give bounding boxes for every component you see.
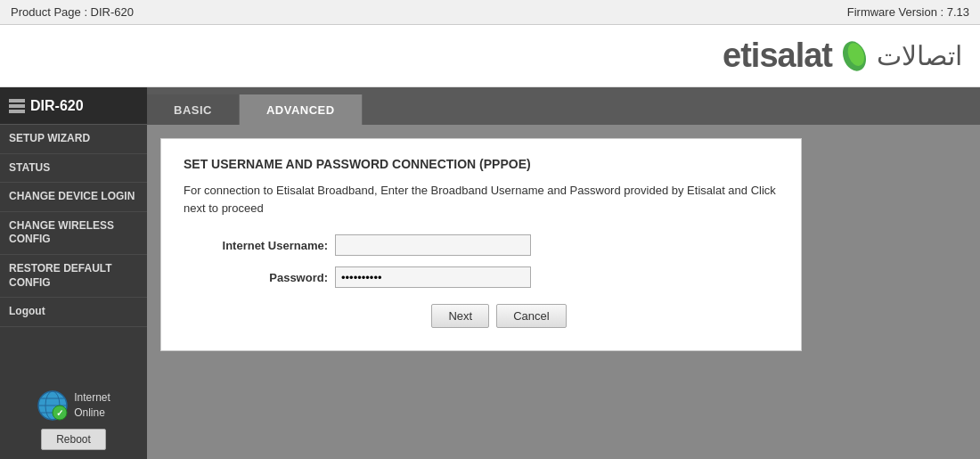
- sidebar-bottom: ✓ Internet Online Reboot: [0, 381, 147, 459]
- main-layout: DIR-620 SETUP WIZARD STATUS CHANGE DEVIC…: [0, 87, 980, 459]
- username-label: Internet Username:: [184, 239, 335, 252]
- logo-text-en: etisalat: [723, 37, 832, 75]
- internet-status: ✓ Internet Online: [37, 389, 110, 422]
- reboot-button[interactable]: Reboot: [41, 429, 106, 450]
- username-input[interactable]: [335, 234, 531, 256]
- logo-text-ar: اتصالات: [877, 40, 962, 71]
- sidebar-item-change-wireless-config[interactable]: CHANGE WIRELESS CONFIG: [0, 212, 147, 255]
- cancel-button[interactable]: Cancel: [496, 304, 566, 328]
- sidebar: DIR-620 SETUP WIZARD STATUS CHANGE DEVIC…: [0, 87, 147, 459]
- header: etisalat اتصالات: [0, 25, 980, 87]
- logo-area: etisalat اتصالات: [723, 37, 962, 75]
- content-area: BASIC ADVANCED SET USERNAME AND PASSWORD…: [147, 87, 980, 459]
- sidebar-item-status[interactable]: STATUS: [0, 154, 147, 184]
- form-description: For connection to Etisalat Broadband, En…: [184, 182, 779, 217]
- password-input[interactable]: [335, 266, 531, 288]
- form-title: SET USERNAME AND PASSWORD CONNECTION (PP…: [184, 157, 779, 171]
- sidebar-item-change-device-login[interactable]: CHANGE DEVICE LOGIN: [0, 183, 147, 212]
- brand-line-2: [9, 104, 25, 108]
- form-actions: Next Cancel: [184, 304, 779, 328]
- tab-advanced[interactable]: ADVANCED: [240, 94, 363, 125]
- tabs: BASIC ADVANCED: [147, 87, 980, 125]
- brand-lines-icon: [9, 99, 25, 113]
- firmware-label: Firmware Version : 7.13: [847, 5, 969, 19]
- tab-basic[interactable]: BASIC: [147, 94, 240, 125]
- next-button[interactable]: Next: [431, 304, 489, 328]
- sidebar-item-restore-default-config[interactable]: RESTORE DEFAULT CONFIG: [0, 255, 147, 298]
- sidebar-nav: SETUP WIZARD STATUS CHANGE DEVICE LOGIN …: [0, 125, 147, 381]
- etisalat-logo-icon: [837, 39, 871, 73]
- sidebar-item-logout[interactable]: Logout: [0, 298, 147, 327]
- username-row: Internet Username:: [184, 234, 779, 256]
- svg-text:✓: ✓: [56, 408, 63, 418]
- top-bar: Product Page : DIR-620 Firmware Version …: [0, 0, 980, 25]
- product-label: Product Page : DIR-620: [11, 5, 134, 19]
- password-label: Password:: [184, 271, 335, 284]
- brand-line-3: [9, 110, 25, 113]
- brand-line-1: [9, 99, 25, 102]
- sidebar-brand-text: DIR-620: [30, 98, 84, 114]
- form-box: SET USERNAME AND PASSWORD CONNECTION (PP…: [160, 138, 802, 351]
- sidebar-brand: DIR-620: [0, 87, 147, 125]
- globe-icon: ✓: [37, 389, 69, 422]
- panel: SET USERNAME AND PASSWORD CONNECTION (PP…: [147, 125, 980, 459]
- internet-status-text: Internet Online: [74, 390, 110, 421]
- password-row: Password:: [184, 266, 779, 288]
- sidebar-item-setup-wizard[interactable]: SETUP WIZARD: [0, 125, 147, 154]
